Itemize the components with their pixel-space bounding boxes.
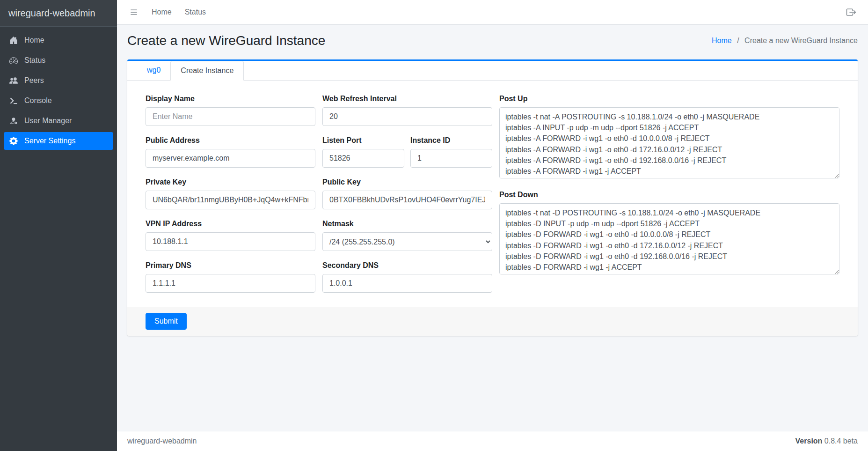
- content-header: Create a new WireGuard Instance Home / C…: [117, 25, 868, 59]
- sidebar-item-label: Peers: [24, 76, 44, 85]
- breadcrumb: Home / Create a new WireGuard Instance: [712, 37, 858, 45]
- listen-port-input[interactable]: [322, 149, 404, 168]
- sidebar-item-user-manager[interactable]: User Manager: [4, 112, 113, 130]
- sidebar-item-server-settings[interactable]: Server Settings: [4, 132, 113, 150]
- web-refresh-group: Web Refresh Interval: [322, 95, 492, 126]
- main-content: Home Status Create a new WireGuard Insta…: [117, 0, 868, 451]
- netmask-select[interactable]: /24 (255.255.255.0): [322, 232, 492, 251]
- sidebar-item-home[interactable]: Home: [4, 31, 113, 49]
- footer-brand: wireguard-webadmin: [127, 437, 197, 445]
- post-up-group: Post Up iptables -t nat -A POSTROUTING -…: [499, 95, 839, 180]
- form-column-1: Display Name Public Address Private Key …: [146, 95, 315, 303]
- topnav-status-link[interactable]: Status: [178, 4, 212, 20]
- netmask-label: Netmask: [322, 220, 492, 228]
- page-title: Create a new WireGuard Instance: [127, 33, 325, 48]
- tab-wg0[interactable]: wg0: [137, 61, 170, 81]
- breadcrumb-current: Create a new WireGuard Instance: [744, 37, 858, 44]
- post-down-group: Post Down iptables -t nat -D POSTROUTING…: [499, 191, 839, 276]
- version-value: 0.8.4 beta: [824, 437, 858, 445]
- app: wireguard-webadmin Home Status Peers: [0, 0, 868, 451]
- instance-id-label: Instance ID: [410, 136, 492, 145]
- post-up-label: Post Up: [499, 95, 839, 103]
- display-name-input[interactable]: [146, 107, 315, 126]
- sidebar-item-label: Server Settings: [24, 137, 75, 145]
- submit-button[interactable]: Submit: [146, 313, 187, 330]
- version-label: Version: [795, 437, 823, 445]
- public-key-label: Public Key: [322, 178, 492, 186]
- sidebar-item-console[interactable]: Console: [4, 92, 113, 110]
- sidebar-item-peers[interactable]: Peers: [4, 72, 113, 89]
- breadcrumb-separator: /: [737, 37, 739, 44]
- private-key-label: Private Key: [146, 178, 315, 186]
- web-refresh-input[interactable]: [322, 107, 492, 126]
- vpn-ip-input[interactable]: [146, 232, 315, 251]
- terminal-icon: [8, 96, 19, 105]
- home-icon: [8, 36, 19, 44]
- sign-out-icon[interactable]: [846, 7, 856, 17]
- public-key-input[interactable]: [322, 191, 492, 209]
- sidebar-item-label: User Manager: [24, 117, 72, 125]
- secondary-dns-input[interactable]: [322, 274, 492, 293]
- sidebar-nav: Home Status Peers Console: [0, 27, 117, 157]
- vpn-ip-group: VPN IP Address: [146, 220, 315, 251]
- user-gear-icon: [8, 117, 19, 125]
- form-column-3: Post Up iptables -t nat -A POSTROUTING -…: [499, 95, 839, 303]
- menu-toggle-icon[interactable]: [129, 7, 139, 17]
- instance-form: Display Name Public Address Private Key …: [127, 81, 858, 307]
- post-down-textarea[interactable]: iptables -t nat -D POSTROUTING -s 10.188…: [499, 203, 839, 274]
- primary-dns-group: Primary DNS: [146, 261, 315, 293]
- sidebar-item-label: Status: [24, 56, 45, 65]
- netmask-group: Netmask /24 (255.255.255.0): [322, 220, 492, 251]
- secondary-dns-label: Secondary DNS: [322, 261, 492, 270]
- display-name-label: Display Name: [146, 95, 315, 103]
- private-key-input[interactable]: [146, 191, 315, 209]
- post-up-textarea[interactable]: iptables -t nat -A POSTROUTING -s 10.188…: [499, 107, 839, 178]
- display-name-group: Display Name: [146, 95, 315, 126]
- gears-icon: [8, 137, 19, 145]
- listen-port-group: Listen Port: [322, 136, 404, 168]
- topnav-home-link[interactable]: Home: [145, 4, 178, 20]
- card-footer: Submit: [127, 307, 858, 336]
- create-instance-card: wg0 Create Instance Display Name Public …: [127, 59, 858, 336]
- users-icon: [8, 76, 19, 85]
- vpn-ip-label: VPN IP Address: [146, 220, 315, 228]
- tab-create-instance[interactable]: Create Instance: [170, 61, 244, 81]
- brand-title[interactable]: wireguard-webadmin: [0, 0, 117, 27]
- primary-dns-label: Primary DNS: [146, 261, 315, 270]
- form-column-2: Web Refresh Interval Listen Port Instanc…: [322, 95, 492, 303]
- public-key-group: Public Key: [322, 178, 492, 209]
- instance-id-input[interactable]: [410, 149, 492, 168]
- public-address-group: Public Address: [146, 136, 315, 168]
- page-footer: wireguard-webadmin Version 0.8.4 beta: [117, 431, 868, 451]
- version-text: Version 0.8.4 beta: [795, 437, 858, 445]
- public-address-label: Public Address: [146, 136, 315, 145]
- sidebar-item-label: Console: [24, 96, 52, 105]
- sidebar-item-status[interactable]: Status: [4, 52, 113, 69]
- web-refresh-label: Web Refresh Interval: [322, 95, 492, 103]
- primary-dns-input[interactable]: [146, 274, 315, 293]
- port-id-row: Listen Port Instance ID: [322, 136, 492, 168]
- secondary-dns-group: Secondary DNS: [322, 261, 492, 293]
- post-down-label: Post Down: [499, 191, 839, 199]
- listen-port-label: Listen Port: [322, 136, 404, 145]
- instance-id-group: Instance ID: [410, 136, 492, 168]
- gauge-icon: [8, 56, 19, 65]
- sidebar-item-label: Home: [24, 36, 44, 44]
- instance-tabs: wg0 Create Instance: [127, 61, 858, 81]
- public-address-input[interactable]: [146, 149, 315, 168]
- private-key-group: Private Key: [146, 178, 315, 209]
- breadcrumb-home-link[interactable]: Home: [712, 37, 732, 44]
- sidebar: wireguard-webadmin Home Status Peers: [0, 0, 117, 451]
- top-navbar: Home Status: [117, 0, 868, 25]
